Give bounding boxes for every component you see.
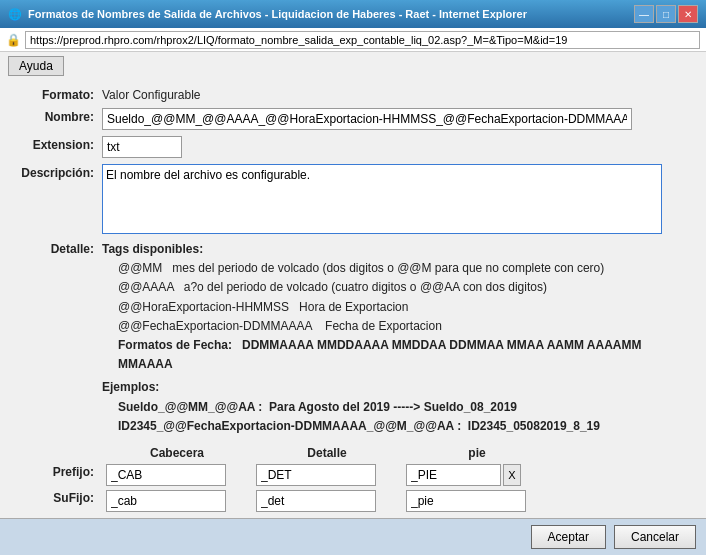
detalle-tags-header: Tags disponibles: <box>102 240 694 259</box>
sufijo-pie-input[interactable] <box>406 490 526 512</box>
title-bar-controls: — □ ✕ <box>634 5 698 23</box>
title-bar-left: 🌐 Formatos de Nombres de Salida de Archi… <box>8 8 527 21</box>
extension-input[interactable] <box>102 136 182 158</box>
detalle-aaaa: @@AAAA a?o del periodo de volcado (cuatr… <box>118 278 694 297</box>
prefijo-pie-with-clear: X <box>406 464 548 486</box>
detalle-ejemplo1: Sueldo_@@MM_@@AA : Para Agosto del 2019 … <box>118 398 694 417</box>
descripcion-row: Descripción: El nombre del archivo es co… <box>12 164 694 234</box>
minimize-button[interactable]: — <box>634 5 654 23</box>
formato-row: Formato: Valor Configurable <box>12 86 694 102</box>
detalle-ejemplo2: ID2345_@@FechaExportacion-DDMMAAAA_@@M_@… <box>118 417 694 436</box>
extension-row: Extension: <box>12 136 694 158</box>
col-cabecera: Cabecera <box>102 444 252 462</box>
aceptar-button[interactable]: Aceptar <box>531 525 606 549</box>
address-bar: 🔒 <box>0 28 706 52</box>
nombre-row: Nombre: <box>12 108 694 130</box>
window-content: Ayuda Formato: Valor Configurable Nombre… <box>0 52 706 555</box>
prefijo-detalle-cell <box>252 462 402 488</box>
formato-label: Formato: <box>12 86 102 102</box>
address-input[interactable] <box>25 31 700 49</box>
maximize-button[interactable]: □ <box>656 5 676 23</box>
nombre-input[interactable] <box>102 108 632 130</box>
prefijo-cabecera-input[interactable] <box>106 464 226 486</box>
prefijo-pie-input[interactable] <box>406 464 501 486</box>
sufijo-pie-cell <box>402 488 552 514</box>
descripcion-label: Descripción: <box>12 164 102 180</box>
action-bar: Aceptar Cancelar <box>0 518 706 555</box>
col-detalle: Detalle <box>252 444 402 462</box>
col-empty <box>12 444 102 462</box>
sufijo-cabecera-input[interactable] <box>106 490 226 512</box>
prefijo-label: Prefijo: <box>12 462 102 488</box>
detalle-section: Tags disponibles: @@MM mes del periodo d… <box>102 240 694 436</box>
col-pie: pie <box>402 444 552 462</box>
ayuda-button[interactable]: Ayuda <box>8 56 64 76</box>
nombre-label: Nombre: <box>12 108 102 124</box>
extension-label: Extension: <box>12 136 102 152</box>
detalle-formatos: Formatos de Fecha: DDMMAAAA MMDDAAAA MMD… <box>118 336 694 374</box>
detalle-fecha: @@FechaExportacion-DDMMAAAA Fecha de Exp… <box>118 317 694 336</box>
detalle-mm: @@MM mes del periodo de volcado (dos dig… <box>118 259 694 278</box>
form-area: Formato: Valor Configurable Nombre: Exte… <box>0 80 706 518</box>
address-icon: 🔒 <box>6 33 21 47</box>
cancelar-button[interactable]: Cancelar <box>614 525 696 549</box>
table-section: Cabecera Detalle pie Prefijo: X <box>12 444 694 514</box>
table-grid: Cabecera Detalle pie Prefijo: X <box>12 444 694 514</box>
detalle-row: Detalle: Tags disponibles: @@MM mes del … <box>12 240 694 436</box>
prefijo-pie-clear-button[interactable]: X <box>503 464 521 486</box>
prefijo-cabecera-cell <box>102 462 252 488</box>
title-bar: 🌐 Formatos de Nombres de Salida de Archi… <box>0 0 706 28</box>
descripcion-textarea[interactable]: El nombre del archivo es configurable. <box>102 164 662 234</box>
sufijo-detalle-cell <box>252 488 402 514</box>
browser-icon: 🌐 <box>8 8 22 21</box>
detalle-hora: @@HoraExportacion-HHMMSS Hora de Exporta… <box>118 298 694 317</box>
sufijo-cabecera-cell <box>102 488 252 514</box>
formato-value: Valor Configurable <box>102 86 201 102</box>
sufijo-label: SuFijo: <box>12 488 102 514</box>
prefijo-detalle-input[interactable] <box>256 464 376 486</box>
detalle-ejemplos-header: Ejemplos: <box>102 378 694 397</box>
menu-bar: Ayuda <box>0 52 706 80</box>
window-title: Formatos de Nombres de Salida de Archivo… <box>28 8 527 20</box>
detalle-label: Detalle: <box>12 240 102 256</box>
close-button[interactable]: ✕ <box>678 5 698 23</box>
prefijo-pie-cell: X <box>402 462 552 488</box>
sufijo-detalle-input[interactable] <box>256 490 376 512</box>
